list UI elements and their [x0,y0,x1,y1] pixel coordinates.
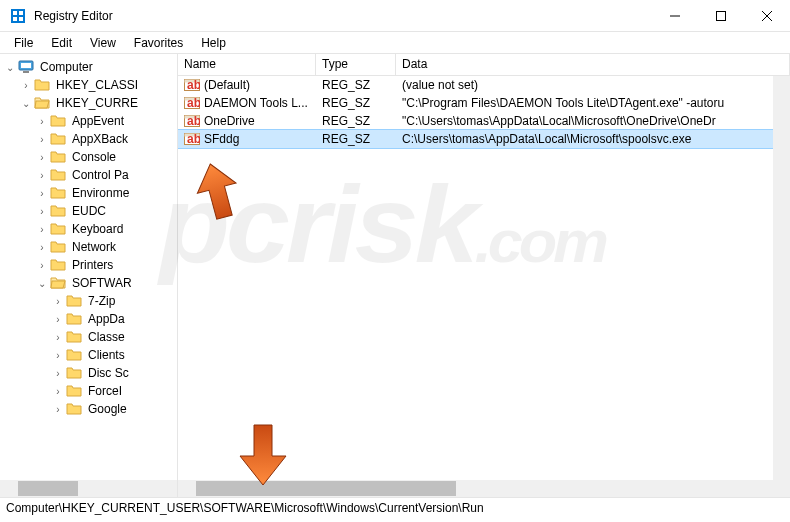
value-row[interactable]: abSFddgREG_SZC:\Users\tomas\AppData\Loca… [178,130,790,148]
folder-icon [50,113,66,129]
tree-node[interactable]: Printers [70,257,115,273]
tree-node[interactable]: AppXBack [70,131,130,147]
minimize-button[interactable] [652,0,698,31]
values-vertical-scrollbar[interactable] [773,76,790,480]
folder-icon [50,239,66,255]
folder-open-icon [34,95,50,111]
tree-node[interactable]: ForceI [86,383,124,399]
value-data: "C:\Users\tomas\AppData\Local\Microsoft\… [396,114,790,128]
scrollbar-thumb[interactable] [18,481,78,496]
folder-icon [66,365,82,381]
tree-node[interactable]: Network [70,239,118,255]
svg-rect-2 [19,11,23,15]
tree-node[interactable]: 7-Zip [86,293,117,309]
value-type: REG_SZ [316,114,396,128]
svg-rect-11 [23,71,29,73]
main-content: ⌄Computer ›HKEY_CLASSI ⌄HKEY_CURRE ›AppE… [0,54,790,497]
menu-file[interactable]: File [6,34,41,52]
folder-icon [50,257,66,273]
close-button[interactable] [744,0,790,31]
expand-icon[interactable]: › [36,206,48,217]
menu-bar: File Edit View Favorites Help [0,32,790,54]
value-name: (Default) [204,78,250,92]
column-data[interactable]: Data [396,54,790,75]
folder-icon [66,293,82,309]
tree-node[interactable]: AppDa [86,311,127,327]
expand-icon[interactable]: › [20,80,32,91]
expand-icon[interactable]: › [52,332,64,343]
scrollbar-thumb[interactable] [196,481,456,496]
value-row[interactable]: abOneDriveREG_SZ"C:\Users\tomas\AppData\… [178,112,790,130]
window-title: Registry Editor [34,9,652,23]
expand-icon[interactable]: › [36,260,48,271]
tree-node[interactable]: SOFTWAR [70,275,134,291]
expand-icon[interactable]: ⌄ [20,98,32,109]
expand-icon[interactable]: › [36,242,48,253]
tree-node[interactable]: Disc Sc [86,365,131,381]
value-type: REG_SZ [316,96,396,110]
column-type[interactable]: Type [316,54,396,75]
tree-node-computer[interactable]: Computer [38,59,95,75]
folder-icon [66,347,82,363]
value-type: REG_SZ [316,78,396,92]
expand-icon[interactable]: › [52,314,64,325]
folder-icon [66,329,82,345]
expand-icon[interactable]: › [36,224,48,235]
value-name: SFddg [204,132,239,146]
svg-text:ab: ab [187,132,200,146]
folder-icon [50,167,66,183]
folder-icon [50,131,66,147]
expand-icon[interactable]: › [52,404,64,415]
expand-icon[interactable]: › [52,296,64,307]
folder-icon [50,149,66,165]
menu-edit[interactable]: Edit [43,34,80,52]
svg-text:ab: ab [187,78,200,92]
maximize-button[interactable] [698,0,744,31]
expand-icon[interactable]: › [36,116,48,127]
tree-node[interactable]: Keyboard [70,221,125,237]
expand-icon[interactable]: › [36,188,48,199]
values-horizontal-scrollbar[interactable] [178,480,790,497]
tree-node[interactable]: AppEvent [70,113,126,129]
tree-horizontal-scrollbar[interactable] [0,480,177,497]
tree-node[interactable]: Environme [70,185,131,201]
column-name[interactable]: Name [178,54,316,75]
expand-icon[interactable]: › [36,152,48,163]
tree-node[interactable]: Classe [86,329,127,345]
tree-node[interactable]: HKEY_CLASSI [54,77,140,93]
expand-icon[interactable]: › [36,170,48,181]
svg-rect-1 [13,11,17,15]
folder-open-icon [50,275,66,291]
expand-icon[interactable]: ⌄ [4,62,16,73]
values-panel: Name Type Data ab(Default)REG_SZ(value n… [178,54,790,497]
value-row[interactable]: abDAEMON Tools L...REG_SZ"C:\Program Fil… [178,94,790,112]
tree-node[interactable]: Console [70,149,118,165]
value-data: (value not set) [396,78,790,92]
address-path: Computer\HKEY_CURRENT_USER\SOFTWARE\Micr… [6,501,484,515]
folder-icon [66,383,82,399]
svg-rect-3 [13,17,17,21]
menu-favorites[interactable]: Favorites [126,34,191,52]
tree-node[interactable]: EUDC [70,203,108,219]
tree-node-hkcu[interactable]: HKEY_CURRE [54,95,140,111]
folder-icon [50,221,66,237]
values-list: ab(Default)REG_SZ(value not set)abDAEMON… [178,76,790,480]
tree-node[interactable]: Control Pa [70,167,131,183]
column-headers: Name Type Data [178,54,790,76]
folder-icon [50,203,66,219]
svg-text:ab: ab [187,96,200,110]
tree-node[interactable]: Google [86,401,129,417]
expand-icon[interactable]: › [52,386,64,397]
expand-icon[interactable]: ⌄ [36,278,48,289]
status-bar: Computer\HKEY_CURRENT_USER\SOFTWARE\Micr… [0,497,790,519]
expand-icon[interactable]: › [52,350,64,361]
expand-icon[interactable]: › [52,368,64,379]
tree-node[interactable]: Clients [86,347,127,363]
menu-view[interactable]: View [82,34,124,52]
svg-rect-4 [19,17,23,21]
window-controls [652,0,790,31]
menu-help[interactable]: Help [193,34,234,52]
value-row[interactable]: ab(Default)REG_SZ(value not set) [178,76,790,94]
expand-icon[interactable]: › [36,134,48,145]
value-data: C:\Users\tomas\AppData\Local\Microsoft\s… [396,132,790,146]
